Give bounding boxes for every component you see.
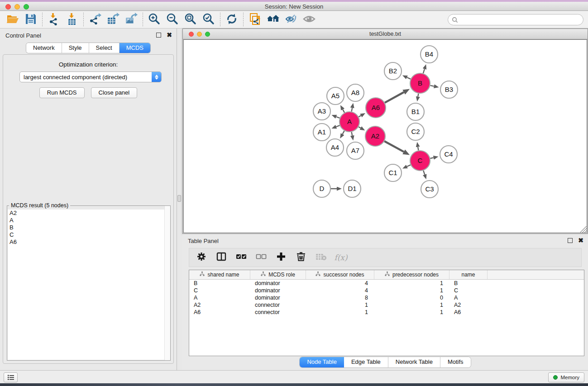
node-table[interactable]: shared nameMCDS rolesuccessor nodesprede…	[189, 270, 584, 356]
window-resize-grip[interactable]	[580, 226, 587, 233]
edge-C-C2[interactable]	[418, 147, 418, 151]
table-cell[interactable]: C	[189, 287, 250, 294]
column-header-shared-name[interactable]: shared name	[189, 270, 250, 279]
graph-node-A[interactable]: A	[339, 112, 359, 132]
table-cell[interactable]: 0	[374, 294, 449, 301]
graph-node-A6[interactable]: A6	[366, 98, 386, 118]
export-image-button[interactable]	[122, 12, 140, 28]
column-header-MCDS-role[interactable]: MCDS role	[250, 270, 306, 279]
table-cell[interactable]: A2	[189, 301, 250, 309]
table-cell[interactable]: dominator	[250, 287, 306, 294]
table-cell[interactable]: 1	[374, 301, 449, 309]
graph-node-A1[interactable]: A1	[313, 124, 330, 141]
split-view-button[interactable]	[214, 250, 229, 265]
graph-node-B3[interactable]: B3	[440, 81, 458, 98]
column-header-predecessor-nodes[interactable]: predecessor nodes	[374, 270, 449, 279]
dropdown-stepper-icon[interactable]	[152, 72, 161, 82]
zoom-fit-button[interactable]	[182, 12, 200, 28]
column-header-successor-nodes[interactable]: successor nodes	[306, 270, 374, 279]
graph-node-C[interactable]: C	[410, 151, 430, 171]
tab-style[interactable]: Style	[62, 43, 89, 53]
edge-A2-C[interactable]	[384, 141, 404, 152]
graph-node-C3[interactable]: C3	[421, 181, 438, 198]
graph-node-C1[interactable]: C1	[384, 164, 402, 181]
vertical-split-handle[interactable]	[177, 195, 181, 202]
table-settings-button[interactable]	[194, 250, 209, 265]
search-input[interactable]	[458, 15, 583, 24]
zoom-in-button[interactable]	[145, 12, 163, 28]
zoom-out-button[interactable]	[163, 12, 182, 28]
select-all-button[interactable]	[234, 250, 249, 265]
graph-node-A5[interactable]: A5	[327, 87, 344, 105]
table-cell[interactable]: A	[449, 294, 488, 301]
network-canvas[interactable]: B4 B2 B B3 A8 A5 A6 A3 B1 A C2 A1 A2	[183, 39, 587, 233]
graph-node-C4[interactable]: C4	[440, 146, 457, 163]
close-panel-icon[interactable]: ✖	[167, 33, 172, 38]
table-cell[interactable]: 1	[306, 301, 374, 309]
result-list-item[interactable]: B	[8, 224, 170, 231]
graph-node-A3[interactable]: A3	[313, 103, 330, 120]
tab-edge-table[interactable]: Edge Table	[344, 357, 388, 367]
run-mcds-button[interactable]: Run MCDS	[39, 87, 85, 98]
result-list-item[interactable]: A2	[8, 210, 170, 217]
graph-node-A7[interactable]: A7	[347, 142, 364, 159]
graph-node-A4[interactable]: A4	[326, 139, 344, 156]
graph-node-A8[interactable]: A8	[347, 84, 364, 101]
new-network-from-selection-button[interactable]	[246, 12, 264, 28]
search-box[interactable]	[448, 14, 583, 25]
table-row[interactable]: A6connector11A6	[189, 309, 584, 316]
edge-C-C4[interactable]	[430, 157, 434, 158]
table-cell[interactable]: 1	[374, 287, 449, 294]
tab-network-table[interactable]: Network Table	[388, 357, 440, 367]
mcds-result-list[interactable]: A2ABCA6	[8, 210, 170, 360]
result-list-item[interactable]: A	[8, 217, 170, 224]
table-cell[interactable]: B	[189, 280, 250, 287]
open-file-button[interactable]	[4, 12, 22, 28]
table-cell[interactable]: C	[449, 287, 488, 294]
deselect-all-button[interactable]	[253, 250, 269, 265]
table-cell[interactable]: B	[449, 280, 488, 287]
close-table-panel-icon[interactable]: ✖	[578, 238, 583, 243]
graph-node-B[interactable]: B	[410, 73, 430, 93]
tab-mcds[interactable]: MCDS	[120, 43, 150, 53]
edge-A-A6[interactable]	[359, 115, 361, 117]
network-window-titlebar[interactable]: testGlobe.txt	[183, 29, 588, 39]
tab-network[interactable]: Network	[26, 43, 62, 53]
graph-node-D[interactable]: D	[313, 180, 330, 197]
tab-node-table[interactable]: Node Table	[300, 357, 344, 367]
edge-A-A5[interactable]	[343, 110, 344, 113]
float-panel-icon[interactable]	[156, 33, 161, 38]
graph-node-C2[interactable]: C2	[407, 123, 424, 140]
edge-B-B3[interactable]	[430, 86, 434, 86]
table-cell[interactable]: A2	[449, 301, 488, 309]
column-header-name[interactable]: name	[449, 270, 488, 279]
table-cell[interactable]: connector	[250, 309, 306, 316]
table-cell[interactable]: 1	[306, 309, 374, 316]
import-table-button[interactable]	[63, 12, 81, 28]
delete-column-button[interactable]	[293, 250, 309, 265]
main-titlebar[interactable]: Session: New Session	[0, 2, 588, 11]
table-cell[interactable]: connector	[250, 301, 306, 309]
table-cell[interactable]: 1	[374, 309, 449, 316]
tab-select[interactable]: Select	[89, 43, 120, 53]
result-list-item[interactable]: C	[8, 231, 170, 238]
graph-node-B1[interactable]: B1	[407, 103, 424, 120]
table-row[interactable]: A2connector11A2	[189, 301, 584, 309]
tab-motifs[interactable]: Motifs	[440, 357, 471, 367]
edge-A-A8[interactable]	[352, 108, 353, 111]
preview-eye-button[interactable]	[300, 12, 318, 28]
edge-B-B2[interactable]	[407, 77, 411, 79]
edge-A-A3[interactable]	[336, 117, 340, 118]
graph-node-B4[interactable]: B4	[421, 46, 438, 63]
table-cell[interactable]: A	[189, 294, 250, 301]
criterion-dropdown[interactable]: largest connected component (directed)	[19, 71, 162, 82]
edge-C-C1[interactable]	[407, 165, 411, 167]
table-cell[interactable]: 4	[306, 280, 374, 287]
first-neighbors-button[interactable]	[264, 12, 282, 28]
graph-node-B2[interactable]: B2	[384, 62, 402, 80]
edge-A-A2[interactable]	[359, 127, 361, 128]
network-view-window[interactable]: testGlobe.txt B4 B2 B B3 A8 A5 A6 A3 B1	[182, 29, 588, 234]
graph-node-A2[interactable]: A2	[365, 126, 385, 146]
edge-A-A4[interactable]	[343, 131, 344, 134]
table-row[interactable]: Bdominator41B	[189, 280, 584, 287]
